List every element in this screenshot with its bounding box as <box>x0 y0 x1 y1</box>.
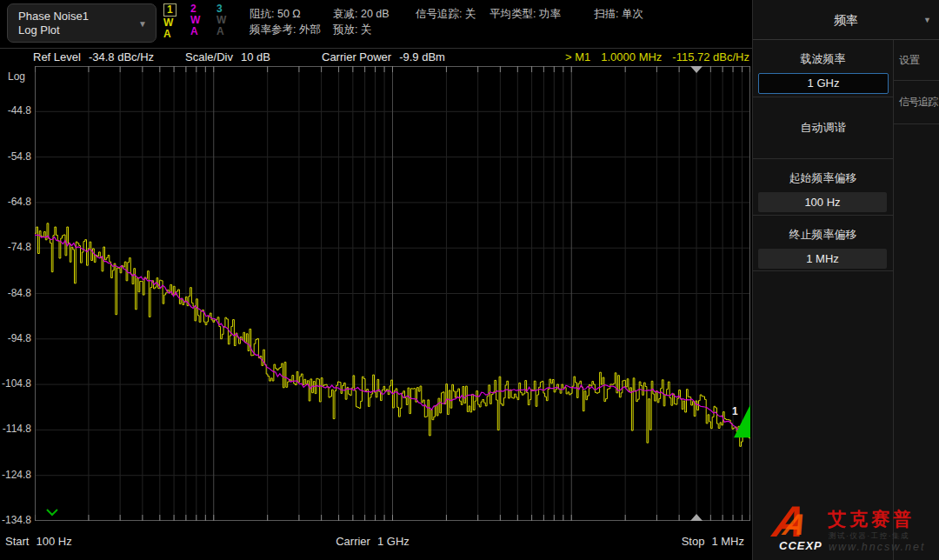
signal-track-status: 信号追踪: 关 <box>416 7 476 22</box>
logo-brand-text: CCEXP <box>779 539 822 552</box>
carrier-label: Carrier <box>336 535 370 548</box>
y-axis-tick-label: -94.8 <box>0 332 31 344</box>
tab-settings[interactable]: 设置 <box>894 40 939 81</box>
carrier-frequency-label: 载波频率 <box>753 51 893 67</box>
y-axis-mode-label: Log <box>8 70 25 83</box>
analyzer-screen: Phase Noise1 Log Plot ▼ 1 W A 2 W A 3 W … <box>0 0 939 560</box>
chevron-down-icon: ▼ <box>923 16 931 24</box>
band-marker-top-icon <box>690 66 703 73</box>
marker1-value: -115.72 dBc/Hz <box>672 50 749 63</box>
trace-average-flag: A <box>163 29 186 40</box>
carrier-power-value: -9.9 dBm <box>399 50 445 63</box>
trace-indicator-2[interactable]: 2 W A <box>190 3 213 37</box>
start-offset-input[interactable]: 100 Hz <box>758 192 887 212</box>
stop-offset-input[interactable]: 1 MHz <box>758 249 887 269</box>
logo-chinese-name: 艾克赛普 <box>828 507 915 531</box>
measurement-selector[interactable]: Phase Noise1 Log Plot ▼ <box>7 3 156 43</box>
start-indicator-icon <box>47 510 57 515</box>
y-axis-tick-label: -124.8 <box>0 469 31 481</box>
marker1-name: > M1 <box>565 50 590 63</box>
start-offset-section: 起始频率偏移 100 Hz <box>753 159 893 216</box>
trace-average-flag: A <box>216 26 239 37</box>
start-offset-label: 起始频率偏移 <box>753 170 893 186</box>
y-axis-tick-label: -104.8 <box>0 377 31 390</box>
frequency-menu-panel: 频率 ▼ 载波频率 1 GHz 自动调谐 起始频率偏移 100 Hz 终止频率偏… <box>752 0 939 560</box>
average-type-status: 平均类型: 功率 <box>489 7 561 22</box>
measurement-name: Phase Noise1 <box>18 10 89 23</box>
logo-website: www.hncsw.net <box>829 541 925 553</box>
carrier-annotation: Carrier1 GHz <box>0 535 752 548</box>
band-marker-bottom-icon <box>690 514 703 521</box>
marker1-frequency: 1.0000 MHz <box>601 50 662 63</box>
accexp-logo: A A CCEXP 艾克赛普 测试·仪器·工控·集成 www.hncsw.net <box>772 504 939 560</box>
y-axis-tick-label: -134.8 <box>0 514 31 526</box>
measurement-selector-label: Phase Noise1 Log Plot <box>18 10 89 37</box>
carrier-frequency-input[interactable]: 1 GHz <box>758 73 889 94</box>
carrier-power-label: Carrier Power <box>322 50 391 63</box>
carrier-frequency-section: 载波频率 1 GHz <box>753 40 893 97</box>
panel-title: 频率 <box>753 13 939 29</box>
y-axis-tick-label: -54.8 <box>0 150 31 163</box>
phase-noise-window: Phase Noise1 Log Plot ▼ 1 W A 2 W A 3 W … <box>0 0 752 560</box>
status-bar: Phase Noise1 Log Plot ▼ 1 W A 2 W A 3 W … <box>0 0 752 49</box>
measurement-view: Log Plot <box>18 23 89 37</box>
y-axis-tick-label: -114.8 <box>0 423 31 435</box>
preamp-status: 预放: 关 <box>333 23 371 37</box>
scale-div-readout: Scale/Div10 dB <box>185 50 278 63</box>
y-axis-tick-label: -64.8 <box>0 196 31 208</box>
trace-number: 1 <box>163 3 176 17</box>
trace-indicator-1[interactable]: 1 W A <box>163 3 186 40</box>
ref-level-label: Ref Level <box>33 50 81 63</box>
auto-tune-label: 自动调谐 <box>753 120 893 136</box>
scale-div-label: Scale/Div <box>185 50 233 63</box>
panel-tabs: 设置 信号追踪 <box>893 40 939 560</box>
carrier-power-readout: Carrier Power-9.9 dBm <box>322 50 453 63</box>
stop-offset-label: 终止频率偏移 <box>753 227 893 243</box>
stop-value: 1 MHz <box>711 535 744 548</box>
sweep-status: 扫描: 单次 <box>594 7 643 22</box>
phase-noise-plot[interactable] <box>35 66 750 521</box>
marker1-flag-label: 1 <box>732 405 738 417</box>
stop-label: Stop <box>682 535 705 548</box>
trace-average-flag: A <box>190 26 213 37</box>
y-axis-tick-label: -74.8 <box>0 241 31 253</box>
auto-tune-button[interactable]: 自动调谐 <box>753 97 893 159</box>
y-axis-tick-label: -84.8 <box>0 287 31 299</box>
stop-offset-annotation: Stop1 MHz <box>682 535 751 548</box>
panel-menu: 载波频率 1 GHz 自动调谐 起始频率偏移 100 Hz 终止频率偏移 1 M… <box>753 40 893 560</box>
attenuation-status: 衰减: 20 dB <box>333 7 390 22</box>
scale-div-value: 10 dB <box>241 50 270 63</box>
freq-reference-status: 频率参考: 外部 <box>250 23 321 37</box>
stop-offset-section: 终止频率偏移 1 MHz <box>753 216 893 271</box>
carrier-value: 1 GHz <box>377 535 410 548</box>
y-axis-tick-label: -44.8 <box>0 104 31 117</box>
panel-header[interactable]: 频率 ▼ <box>753 0 939 40</box>
marker1-readout: > M11.0000 MHz-115.72 dBc/Hz <box>555 50 749 63</box>
ref-level-readout: Ref Level-34.8 dBc/Hz <box>33 50 162 63</box>
impedance-status: 阻抗: 50 Ω <box>250 7 301 22</box>
ref-level-value: -34.8 dBc/Hz <box>89 50 154 63</box>
trace-indicator-3[interactable]: 3 W A <box>216 3 239 37</box>
tab-signal-tracking[interactable]: 信号追踪 <box>894 81 939 124</box>
chevron-down-icon: ▼ <box>138 19 147 29</box>
